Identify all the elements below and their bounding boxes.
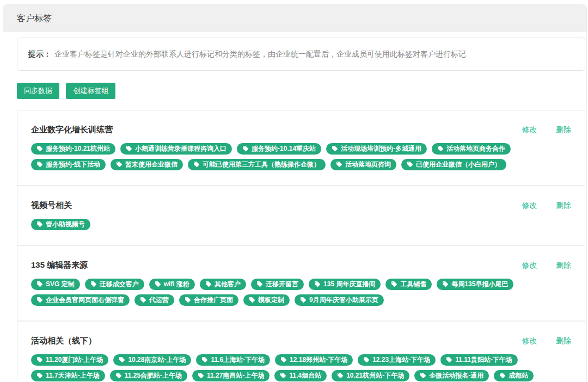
tag-pill[interactable]: 12.18郑州站-下午场	[275, 354, 353, 366]
tag-label: 12.23上海站-下午场	[372, 355, 430, 365]
tag-pill[interactable]: 11.7天津站-上午场	[31, 370, 105, 381]
tag-pill[interactable]: 活动现场培训预约-多城通用	[326, 143, 427, 155]
tag-label: 其他客户	[215, 280, 241, 289]
delete-group-link[interactable]: 删除	[556, 201, 571, 210]
tag-group-title: 视频号相关	[31, 200, 72, 211]
tag-label: 迁移开留言	[266, 280, 298, 289]
tag-pill[interactable]: 10.21杭州站-下午场	[332, 370, 409, 381]
delete-group-link[interactable]: 删除	[556, 261, 571, 269]
tag-icon	[36, 161, 43, 168]
tag-pill[interactable]: 小鹅通训练营录播课程咨询入口	[120, 143, 232, 155]
edit-group-link[interactable]: 修改	[522, 201, 537, 210]
tag-icon	[300, 297, 307, 303]
page-header: 客户标签	[3, 5, 586, 32]
tag-pill[interactable]: SVG 定制	[31, 279, 80, 290]
tag-label: 管小助视频号	[46, 220, 85, 229]
tag-icon	[499, 372, 506, 379]
tag-pill[interactable]: 迁移成交客户	[85, 279, 144, 290]
tag-pill[interactable]: 模板定制	[243, 294, 290, 306]
tag-pill[interactable]: 企业会员官网页面右侧弹窗	[31, 294, 130, 306]
tag-icon	[36, 372, 43, 379]
tag-icon	[90, 281, 97, 287]
tag-icon	[155, 281, 161, 287]
tag-icon	[337, 372, 344, 379]
page-title: 客户标签	[17, 13, 52, 24]
tag-icon	[185, 297, 191, 303]
tag-label: 服务预约-线下活动	[46, 160, 100, 169]
sync-data-button[interactable]: 同步数据	[17, 83, 59, 99]
tag-icon	[119, 356, 125, 363]
tag-pill[interactable]: 135 周年庆直播间	[309, 279, 381, 290]
tag-group-actions: 修改 删除	[506, 336, 571, 346]
create-tag-group-button[interactable]: 创建标签组	[66, 83, 115, 99]
tag-icon	[314, 281, 321, 287]
toolbar: 同步数据 创建标签组	[17, 83, 585, 99]
tag-label: SVG 定制	[46, 280, 75, 289]
tag-label: 11.11贵阳站-下午场	[455, 355, 512, 365]
tag-icon	[442, 281, 449, 287]
tag-icon	[201, 356, 208, 363]
tag-label: 代运营	[149, 295, 169, 305]
edit-group-link[interactable]: 修改	[522, 125, 537, 134]
tag-group: 活动相关（线下） 修改 删除 11.20厦门站-上午场 10.28南京站-上午场…	[17, 322, 585, 382]
tag-label: 9月周年庆管小助展示页	[309, 295, 378, 305]
tag-icon	[420, 372, 426, 379]
tag-pill[interactable]: 活动落地页咨询	[330, 159, 396, 170]
tag-pill[interactable]: 活动落地页商务合作	[432, 143, 511, 155]
tag-pill[interactable]: 11.11贵阳站-下午场	[440, 354, 518, 366]
tag-pill[interactable]: 11.4烟台站	[274, 370, 327, 381]
tag-label: 工具销售	[400, 280, 426, 289]
tag-pill[interactable]: 其他客户	[200, 279, 246, 290]
tag-label: 服务预约-10.21杭州站	[46, 144, 110, 153]
tag-pill[interactable]: 工具销售	[385, 279, 432, 290]
tag-list: SVG 定制 迁移成交客户 wifi 涨粉 其他客户 迁移开留言 135 周年庆…	[31, 279, 571, 306]
tag-group-list: 企业数字化增长训练营 修改 删除 服务预约-10.21杭州站 小鹅通训练营录播课…	[17, 110, 585, 382]
tag-label: 135 周年庆直播间	[323, 280, 375, 289]
tip-label: 提示：	[28, 50, 51, 58]
tag-pill[interactable]: 已使用企业微信（小白用户）	[401, 159, 506, 170]
tag-icon	[193, 161, 200, 168]
tag-pill[interactable]: 可能已使用第三方工具（熟练操作企微）	[188, 159, 326, 170]
edit-group-link[interactable]: 修改	[522, 261, 537, 269]
tag-pill[interactable]: 企微活动报名-通用	[414, 370, 489, 381]
tag-pill[interactable]: 10.28南京站-上午场	[113, 354, 191, 366]
tag-label: 企微活动报名-通用	[429, 371, 483, 380]
tag-group-actions: 修改 删除	[506, 125, 571, 135]
tag-icon	[36, 145, 43, 152]
tag-pill[interactable]: 服务预约-线下活动	[31, 159, 106, 170]
tag-pill[interactable]: 暂未使用企业微信	[111, 159, 183, 170]
tag-group-title: 活动相关（线下）	[31, 336, 96, 346]
tag-pill[interactable]: 管小助视频号	[31, 219, 90, 230]
tag-pill[interactable]: 11.20厦门站-上午场	[31, 354, 108, 366]
tag-group-header: 视频号相关 修改 删除	[31, 200, 571, 211]
tag-icon	[407, 161, 413, 168]
tag-pill[interactable]: 代运营	[134, 294, 174, 306]
tag-pill[interactable]: 12.23上海站-下午场	[358, 354, 436, 366]
delete-group-link[interactable]: 删除	[556, 125, 571, 134]
tag-group-header: 企业数字化增长训练营 修改 删除	[31, 125, 571, 135]
tag-pill[interactable]: 合作推广页面	[179, 294, 238, 306]
tag-label: 12.18郑州站-下午场	[290, 355, 347, 365]
tag-label: 合作推广页面	[194, 295, 233, 305]
tag-pill[interactable]: 服务预约-10.21杭州站	[31, 143, 115, 155]
tag-pill[interactable]: 9月周年庆管小助展示页	[295, 294, 384, 306]
tag-pill[interactable]: 11.25合肥站-上午场	[110, 370, 187, 381]
tag-icon	[198, 372, 204, 379]
tag-pill[interactable]: 成都站	[494, 370, 534, 381]
tag-pill[interactable]: 每周135早报小尾巴	[437, 279, 513, 290]
tag-list: 11.20厦门站-上午场 10.28南京站-上午场 11.6上海站-下午场 12…	[31, 354, 571, 382]
tag-group: 企业数字化增长训练营 修改 删除 服务预约-10.21杭州站 小鹅通训练营录播课…	[17, 110, 585, 186]
tag-label: 10.21杭州站-下午场	[346, 371, 404, 380]
tag-icon	[363, 356, 370, 363]
tag-pill[interactable]: 迁移开留言	[251, 279, 304, 290]
edit-group-link[interactable]: 修改	[522, 336, 537, 345]
tag-pill[interactable]: 11.27南昌站-上午场	[192, 370, 270, 381]
tag-pill[interactable]: 11.6上海站-下午场	[196, 354, 270, 366]
tag-label: 11.27南昌站-上午场	[207, 371, 264, 380]
tag-pill[interactable]: wifi 涨粉	[149, 279, 195, 290]
tip-box: 提示：企业客户标签是针对企业的外部联系人进行标记和分类的标签，由企业统一配置后，…	[17, 38, 585, 71]
tag-label: 企业会员官网页面右侧弹窗	[46, 295, 124, 305]
tag-pill[interactable]: 服务预约-10.14重庆站	[237, 143, 321, 155]
tag-label: 活动落地页咨询	[345, 160, 391, 169]
delete-group-link[interactable]: 删除	[556, 336, 571, 345]
